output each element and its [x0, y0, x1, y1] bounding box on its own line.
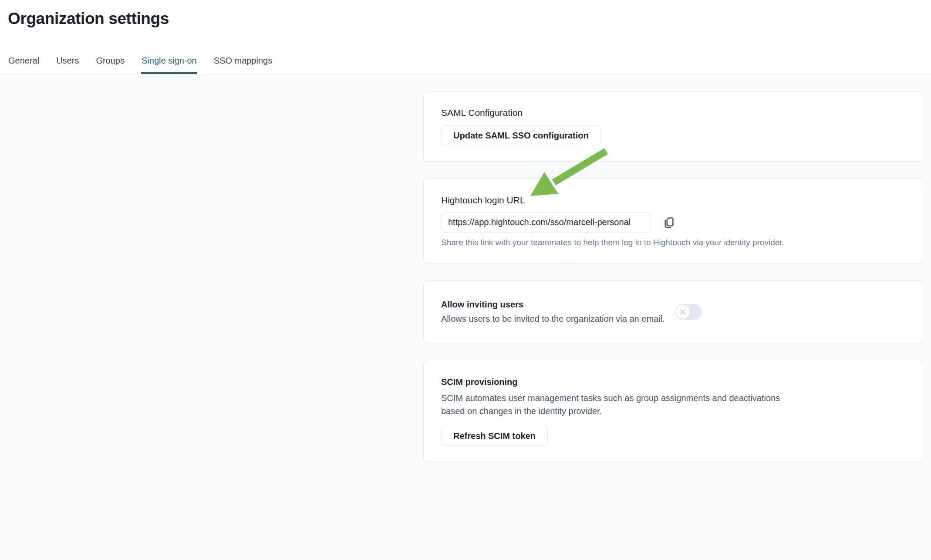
allow-inviting-users-title: Allow inviting users — [441, 298, 665, 310]
tab-sso-mappings[interactable]: SSO mappings — [213, 51, 273, 74]
page-title: Organization settings — [8, 10, 169, 28]
settings-content: SAML Configuration Update SAML SSO confi… — [423, 91, 923, 462]
tab-single-sign-on[interactable]: Single sign-on — [141, 51, 197, 74]
login-url-input-row — [441, 212, 905, 233]
scim-provisioning-card: SCIM provisioning SCIM automates user ma… — [423, 360, 923, 462]
update-saml-sso-button-label: Update SAML SSO configuration — [453, 131, 589, 141]
allow-inviting-users-toggle[interactable] — [675, 304, 702, 320]
tab-bar: General Users Groups Single sign-on SSO … — [8, 51, 273, 74]
hightouch-login-url-card: Hightouch login URL Share this link with… — [423, 178, 923, 264]
saml-configuration-card: SAML Configuration Update SAML SSO confi… — [423, 91, 923, 162]
tab-groups[interactable]: Groups — [95, 51, 125, 74]
copy-button[interactable] — [661, 215, 676, 230]
refresh-scim-token-button-label: Refresh SCIM token — [453, 431, 536, 441]
login-url-input[interactable] — [441, 212, 651, 233]
hightouch-login-url-label: Hightouch login URL — [441, 195, 905, 206]
scim-provisioning-title: SCIM provisioning — [441, 376, 905, 388]
allow-inviting-users-card: Allow inviting users Allows users to be … — [423, 280, 923, 343]
tab-general[interactable]: General — [8, 51, 40, 74]
allow-inviting-users-description: Allows users to be invited to the organi… — [441, 312, 665, 325]
toggle-knob — [676, 305, 690, 319]
allow-inviting-users-text: Allow inviting users Allows users to be … — [441, 298, 665, 325]
login-url-help-text: Share this link with your teammates to h… — [441, 237, 905, 248]
refresh-scim-token-button[interactable]: Refresh SCIM token — [441, 426, 548, 446]
update-saml-sso-button[interactable]: Update SAML SSO configuration — [441, 125, 601, 145]
scim-provisioning-description: SCIM automates user management tasks suc… — [441, 391, 794, 418]
tab-users[interactable]: Users — [56, 51, 79, 74]
saml-configuration-label: SAML Configuration — [441, 108, 905, 118]
page-header: Organization settings General Users Grou… — [0, 0, 931, 74]
copy-icon — [662, 216, 675, 229]
x-icon — [679, 309, 686, 315]
